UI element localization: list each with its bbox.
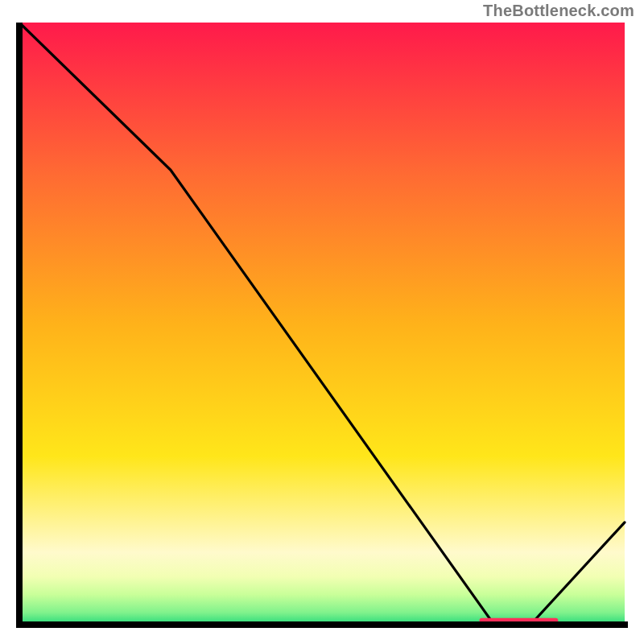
bottleneck-chart xyxy=(14,23,630,630)
attribution-label: TheBottleneck.com xyxy=(483,2,634,20)
gradient-background xyxy=(19,23,625,625)
plot-area xyxy=(14,23,630,630)
chart-container: TheBottleneck.com xyxy=(0,0,644,644)
